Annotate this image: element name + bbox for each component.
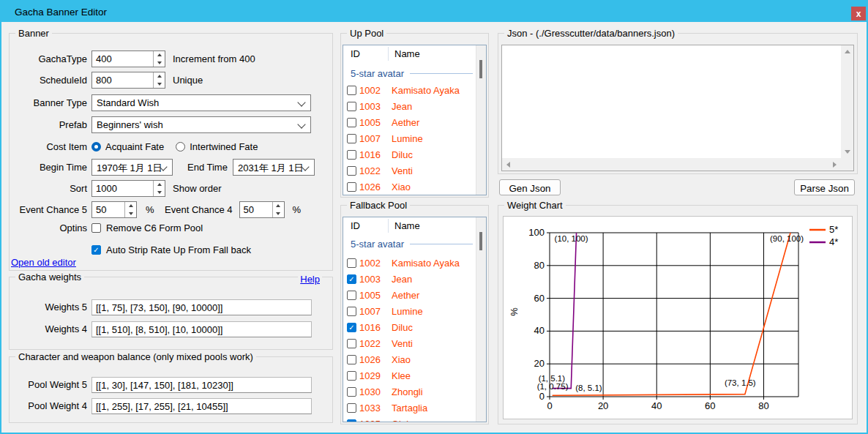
svg-text:(1, 0.75): (1, 0.75): [537, 382, 569, 391]
row-checkbox[interactable]: ✓: [347, 134, 356, 143]
sort-value[interactable]: 1000: [92, 181, 153, 196]
scheduleid-input[interactable]: 800: [91, 72, 165, 89]
parse-json-button[interactable]: Parse Json: [794, 179, 855, 195]
list-item[interactable]: ✓ 1026 Xiao: [343, 179, 476, 195]
spin-up-button[interactable]: [154, 181, 165, 189]
row-checkbox[interactable]: ✓: [347, 182, 356, 192]
fallback-pool-scrollbar[interactable]: [476, 217, 486, 422]
scrollbar-thumb[interactable]: [479, 60, 482, 78]
event-chance-4-spinner: [272, 202, 284, 217]
row-checkbox[interactable]: ✓: [347, 102, 356, 111]
gachatype-value[interactable]: 400: [92, 51, 153, 67]
row-checkbox[interactable]: ✓: [347, 118, 356, 127]
row-checkbox[interactable]: ✓: [347, 86, 356, 95]
remove-c6-label[interactable]: Remove C6 Form Pool: [106, 222, 203, 233]
spin-down-button[interactable]: [154, 59, 165, 67]
spin-down-button[interactable]: [154, 189, 165, 197]
row-checkbox[interactable]: ✓: [347, 258, 356, 268]
list-item[interactable]: ✓ 1035 Qiqi: [343, 416, 476, 422]
weights4-input[interactable]: [[1, 510], [8, 510], [10, 10000]]: [91, 321, 312, 337]
prefab-select[interactable]: Beginners' wish: [91, 116, 311, 133]
list-item[interactable]: ✓ 1016 Diluc: [343, 146, 476, 162]
row-checkbox[interactable]: ✓: [347, 387, 356, 397]
svg-text:60: 60: [705, 400, 715, 411]
weights5-input[interactable]: [[1, 75], [73, 150], [90, 10000]]: [91, 299, 312, 315]
list-item[interactable]: ✓ 1007 Lumine: [343, 303, 476, 319]
help-link[interactable]: Help: [298, 274, 322, 285]
list-item[interactable]: ✓ 1022 Venti: [343, 162, 476, 179]
end-time-picker[interactable]: 2031年 1月 1日: [233, 159, 315, 176]
pool-weight5-input[interactable]: [[1, 30], [147, 150], [181, 10230]]: [91, 377, 312, 393]
spin-down-button[interactable]: [125, 210, 136, 218]
row-checkbox[interactable]: ✓: [347, 291, 356, 300]
titlebar[interactable]: Gacha Banner Editor x: [1, 1, 867, 22]
remove-c6-checkbox[interactable]: ✓: [91, 223, 101, 233]
list-item[interactable]: ✓ 1033 Tartaglia: [343, 400, 476, 416]
row-name: Kamisato Ayaka: [392, 258, 476, 269]
spin-down-button[interactable]: [154, 81, 165, 89]
spin-up-button[interactable]: [273, 202, 284, 210]
row-checkbox[interactable]: ✓: [347, 403, 356, 413]
radio-acquaint-fate[interactable]: [91, 142, 101, 151]
list-item[interactable]: ✓ 1026 Xiao: [343, 351, 476, 367]
spin-up-button[interactable]: [125, 202, 136, 210]
event-chance-5-value[interactable]: 50: [92, 202, 124, 217]
spin-down-button[interactable]: [273, 210, 284, 218]
id-column-header[interactable]: ID: [351, 220, 360, 231]
list-item[interactable]: ✓ 1007 Lumine: [343, 130, 476, 146]
gen-json-button[interactable]: Gen Json: [499, 179, 561, 195]
radio-intertwined-fate[interactable]: [176, 142, 185, 151]
event-chance-5-input[interactable]: 50: [91, 201, 137, 218]
up-pool-scrollbar[interactable]: [476, 45, 486, 195]
list-item[interactable]: ✓ 1022 Venti: [343, 335, 476, 351]
close-button[interactable]: x: [851, 7, 866, 20]
list-item[interactable]: ✓ 1030 Zhongli: [343, 384, 476, 400]
open-old-editor-link[interactable]: Open old editor: [11, 257, 76, 268]
row-checkbox[interactable]: ✓: [347, 323, 356, 332]
name-column-header[interactable]: Name: [394, 48, 420, 59]
row-checkbox[interactable]: ✓: [347, 166, 356, 176]
event-chance-4-value[interactable]: 50: [240, 202, 272, 217]
spin-up-button[interactable]: [154, 72, 165, 81]
row-checkbox[interactable]: ✓: [347, 355, 356, 364]
list-item[interactable]: ✓ 1029 Klee: [343, 367, 476, 384]
list-item[interactable]: ✓ 1005 Aether: [343, 114, 476, 130]
row-checkbox[interactable]: ✓: [347, 307, 356, 316]
check-icon: ✓: [93, 246, 99, 254]
auto-strip-label[interactable]: Auto Strip Rate Up From Fall back: [106, 244, 251, 255]
row-checkbox[interactable]: ✓: [347, 339, 356, 348]
list-item[interactable]: ✓ 1005 Aether: [343, 287, 476, 303]
id-column-header[interactable]: ID: [351, 48, 360, 59]
list-item[interactable]: ✓ 1003 Jean: [343, 98, 476, 114]
scroll-up-button[interactable]: [841, 45, 853, 58]
json-textarea[interactable]: [501, 45, 854, 171]
list-item[interactable]: ✓ 1002 Kamisato Ayaka: [343, 255, 476, 271]
list-item[interactable]: ✓ 1003 Jean: [343, 271, 476, 287]
radio-acquaint-fate-label[interactable]: Acquaint Fate: [105, 141, 164, 152]
pool-weight4-input[interactable]: [[1, 255], [17, 255], [21, 10455]]: [91, 398, 312, 414]
row-checkbox[interactable]: ✓: [347, 150, 356, 160]
scroll-left-button[interactable]: [502, 158, 515, 171]
radio-intertwined-fate-label[interactable]: Intertwined Fate: [190, 141, 258, 152]
event-chance-4-input[interactable]: 50: [239, 201, 285, 218]
scheduleid-value[interactable]: 800: [92, 72, 153, 88]
list-item[interactable]: ✓ 1002 Kamisato Ayaka: [343, 82, 476, 98]
row-checkbox[interactable]: ✓: [347, 274, 356, 284]
list-item[interactable]: ✓ 1016 Diluc: [343, 319, 476, 335]
row-name: Xiao: [392, 354, 476, 365]
banner-type-select[interactable]: Standard Wish: [91, 94, 311, 111]
gachatype-input[interactable]: 400: [91, 50, 165, 67]
begin-time-picker[interactable]: 1970年 1月 1日: [91, 159, 173, 176]
scroll-down-button[interactable]: [841, 146, 853, 158]
scrollbar-thumb[interactable]: [479, 232, 482, 250]
json-vertical-scrollbar[interactable]: [841, 45, 853, 158]
spin-up-button[interactable]: [154, 51, 165, 59]
scroll-right-button[interactable]: [828, 158, 841, 171]
svg-text:20: 20: [534, 358, 545, 369]
sort-input[interactable]: 1000: [91, 180, 165, 197]
row-checkbox[interactable]: ✓: [347, 419, 356, 423]
json-horizontal-scrollbar[interactable]: [502, 158, 841, 171]
name-column-header[interactable]: Name: [394, 220, 420, 231]
row-checkbox[interactable]: ✓: [347, 371, 356, 381]
auto-strip-checkbox[interactable]: ✓: [91, 245, 101, 255]
